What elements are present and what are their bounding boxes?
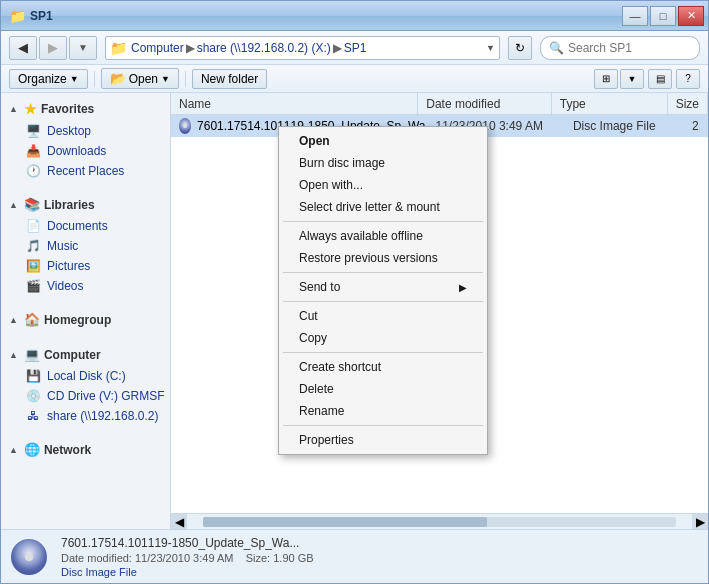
ctx-burn-label: Burn disc image [299,156,385,170]
status-disc-icon [9,537,49,577]
network-label: Network [44,443,91,457]
maximize-button[interactable]: □ [650,6,676,26]
favorites-header[interactable]: ▲ ★ Favorites [1,97,170,121]
disc-image-icon [179,118,191,134]
ctx-item-copy[interactable]: Copy [279,327,487,349]
organize-arrow-icon: ▼ [70,74,79,84]
computer-header[interactable]: ▲ 💻 Computer [1,343,170,366]
send-to-arrow-icon: ▶ [459,282,467,293]
ctx-restore-label: Restore previous versions [299,251,438,265]
scroll-thumb[interactable] [203,517,487,527]
homegroup-header[interactable]: ▲ 🏠 Homegroup [1,308,170,331]
new-folder-button[interactable]: New folder [192,69,267,89]
open-icon: 📂 [110,71,126,86]
pictures-icon: 🖼️ [25,258,41,274]
up-button[interactable]: ▼ [69,36,97,60]
scroll-left-button[interactable]: ◀ [171,514,187,530]
view-toggle-button[interactable]: ⊞ [594,69,618,89]
sidebar-item-cd-drive[interactable]: 💿 CD Drive (V:) GRMSF [1,386,170,406]
sidebar-item-videos[interactable]: 🎬 Videos [1,276,170,296]
address-computer[interactable]: Computer [131,41,184,55]
network-header[interactable]: ▲ 🌐 Network [1,438,170,461]
sidebar-item-downloads[interactable]: 📥 Downloads [1,141,170,161]
ctx-item-burn[interactable]: Burn disc image [279,152,487,174]
view-arrow-button[interactable]: ▼ [620,69,644,89]
ctx-create-shortcut-label: Create shortcut [299,360,381,374]
ctx-item-send-to[interactable]: Send to ▶ [279,276,487,298]
music-icon: 🎵 [25,238,41,254]
desktop-label: Desktop [47,124,91,138]
status-date-meta: Date modified: 11/23/2010 3:49 AM Size: … [61,552,314,564]
sidebar-item-desktop[interactable]: 🖥️ Desktop [1,121,170,141]
network-icon: 🌐 [24,442,40,457]
col-header-size[interactable]: Size [668,93,708,114]
scroll-right-button[interactable]: ▶ [692,514,708,530]
music-label: Music [47,239,78,253]
spacer-3 [1,335,170,343]
address-share[interactable]: share (\\192.168.0.2) (X:) [197,41,331,55]
ctx-item-properties[interactable]: Properties [279,429,487,451]
minimize-button[interactable]: — [622,6,648,26]
documents-label: Documents [47,219,108,233]
sidebar-item-pictures[interactable]: 🖼️ Pictures [1,256,170,276]
scroll-track [203,517,676,527]
sidebar: ▲ ★ Favorites 🖥️ Desktop 📥 Downloads 🕐 R… [1,93,171,529]
sidebar-item-music[interactable]: 🎵 Music [1,236,170,256]
organize-button[interactable]: Organize ▼ [9,69,88,89]
ctx-item-offline[interactable]: Always available offline [279,225,487,247]
file-type-cell: Disc Image File [573,119,692,133]
help-button[interactable]: ? [676,69,700,89]
ctx-item-restore[interactable]: Restore previous versions [279,247,487,269]
homegroup-section: ▲ 🏠 Homegroup [1,308,170,331]
details-pane-button[interactable]: ▤ [648,69,672,89]
search-icon: 🔍 [549,41,564,55]
open-button[interactable]: 📂 Open ▼ [101,68,179,89]
status-date-label: Date modified: [61,552,132,564]
videos-label: Videos [47,279,83,293]
network-share-icon: 🖧 [25,408,41,424]
address-bar[interactable]: 📁 Computer ▶ share (\\192.168.0.2) (X:) … [105,36,500,60]
back-button[interactable]: ◀ [9,36,37,60]
computer-chevron-icon: ▲ [9,350,18,360]
favorites-star-icon: ★ [24,101,37,117]
ctx-item-delete[interactable]: Delete [279,378,487,400]
ctx-select-drive-label: Select drive letter & mount [299,200,440,214]
homegroup-chevron-icon: ▲ [9,315,18,325]
computer-icon: 💻 [24,347,40,362]
libraries-section: ▲ 📚 Libraries 📄 Documents 🎵 Music 🖼️ Pic… [1,193,170,296]
address-sp1[interactable]: SP1 [344,41,367,55]
ctx-item-open-with[interactable]: Open with... [279,174,487,196]
large-disc-image-icon [11,539,47,575]
col-header-name[interactable]: Name [171,93,418,114]
cd-drive-icon: 💿 [25,388,41,404]
col-header-date[interactable]: Date modified [418,93,551,114]
explorer-window: 📁 SP1 — □ ✕ ◀ ▶ ▼ 📁 Computer ▶ share (\\… [0,0,709,584]
search-input[interactable] [568,41,691,55]
sidebar-item-documents[interactable]: 📄 Documents [1,216,170,236]
view-buttons: ⊞ ▼ ▤ ? [594,69,700,89]
ctx-rename-label: Rename [299,404,344,418]
sidebar-item-local-disk[interactable]: 💾 Local Disk (C:) [1,366,170,386]
open-arrow-icon: ▼ [161,74,170,84]
libraries-header[interactable]: ▲ 📚 Libraries [1,193,170,216]
refresh-button[interactable]: ↻ [508,36,532,60]
ctx-item-cut[interactable]: Cut [279,305,487,327]
pictures-label: Pictures [47,259,90,273]
title-bar-left: 📁 SP1 [9,8,53,24]
close-button[interactable]: ✕ [678,6,704,26]
ctx-item-select-drive[interactable]: Select drive letter & mount [279,196,487,218]
command-bar: Organize ▼ 📂 Open ▼ New folder ⊞ ▼ ▤ ? [1,65,708,93]
ctx-item-open[interactable]: Open [279,130,487,152]
address-dropdown-icon[interactable]: ▼ [486,43,495,53]
ctx-copy-label: Copy [299,331,327,345]
status-info: 7601.17514.101119-1850_Update_Sp_Wa... D… [61,536,314,578]
sidebar-item-recent-places[interactable]: 🕐 Recent Places [1,161,170,181]
title-controls: — □ ✕ [622,6,704,26]
ctx-separator-1 [283,221,483,222]
ctx-item-rename[interactable]: Rename [279,400,487,422]
horizontal-scrollbar[interactable]: ◀ ▶ [171,513,708,529]
sidebar-item-network-share[interactable]: 🖧 share (\\192.168.0.2) [1,406,170,426]
forward-button[interactable]: ▶ [39,36,67,60]
col-header-type[interactable]: Type [552,93,668,114]
ctx-item-create-shortcut[interactable]: Create shortcut [279,356,487,378]
